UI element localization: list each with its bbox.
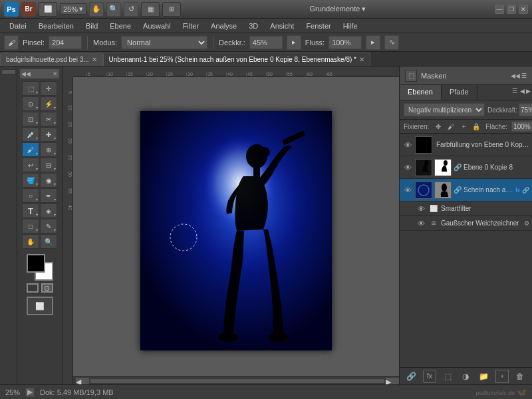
fix-paint-icon[interactable]: 🖌 [446,121,456,132]
brush-size-input[interactable]: 204 [49,36,82,49]
deckkraft-arrow[interactable]: ▸ [287,35,301,50]
menu-hilfe[interactable]: Hilfe [338,21,363,31]
layer-2-chain[interactable]: 🔗 [454,164,462,171]
fg-color-box[interactable] [27,254,45,273]
dodge-tool[interactable]: ○▾ [22,188,39,203]
type-tool[interactable]: T▾ [22,203,39,218]
menu-ebene[interactable]: Ebene [104,21,136,31]
blur-tool[interactable]: ◉▾ [40,173,57,188]
screen-mode-btn[interactable]: ▦ [141,2,160,17]
masks-collapse[interactable]: ◀◀ [511,72,520,79]
menu-datei[interactable]: Datei [4,21,32,31]
scroll-left[interactable]: ◀ [76,378,89,384]
arrange-btn[interactable]: ⊞ [162,2,181,17]
link-layers-btn[interactable]: 🔗 [405,370,418,383]
masks-menu[interactable]: ☰ [521,72,527,79]
zoom-tool-btn[interactable]: 🔍 [106,2,121,17]
hand-tool-btn[interactable]: ✋ [89,2,104,17]
layer-item-2[interactable]: 👁 [400,156,532,179]
menu-bearbeiten[interactable]: Bearbeiten [33,21,79,31]
layer-3-visibility[interactable]: 👁 [402,185,413,196]
healing-tool[interactable]: ✚▾ [40,127,57,142]
tab-1[interactable]: badgirlsilhouette.psd bei 3... ✕ [0,53,103,66]
tab-1-close[interactable]: ✕ [92,56,97,63]
menu-filter[interactable]: Filter [178,21,204,31]
mode-button[interactable]: ⬜ [39,2,57,17]
eraser-tool[interactable]: ⊟▾ [40,158,57,172]
sublayer-gauss[interactable]: 👁 ≋ Gaußscher Weichzeichner ⚙ [400,216,532,231]
clone-tool[interactable]: ⊕▾ [40,142,57,157]
tab-2-close[interactable]: ✕ [359,56,364,63]
fill-tool[interactable]: 🪣▾ [22,173,39,188]
layer-item-3[interactable]: 👁 🔗 Sch [400,179,532,201]
zoom-tool[interactable]: 🔍 [40,234,57,249]
layer-3-chain[interactable]: 🔗 [454,186,462,194]
airbrush-btn[interactable]: ∿ [384,35,399,50]
new-group-btn[interactable]: 📁 [477,370,491,383]
history-brush-tool[interactable]: ↩▾ [22,158,39,172]
notes-tool[interactable]: ✎▾ [40,219,57,233]
quick-mask-mode[interactable]: ⊙ [41,283,53,293]
modus-select[interactable]: Normal Multiplizieren Abblenden Negativ … [121,36,207,49]
menu-bild[interactable]: Bild [80,21,103,31]
adj-layer-btn[interactable]: ◑ [459,370,472,383]
scroll-track[interactable] [90,379,384,383]
standard-mode[interactable] [27,283,39,293]
magic-wand-tool[interactable]: ⚡▾ [40,96,57,111]
deckkraft-input[interactable]: 45% [249,36,283,49]
menu-3d[interactable]: 3D [243,21,263,31]
sublayer-gauss-vis[interactable]: 👁 [416,218,426,229]
menu-fenster[interactable]: Fenster [301,21,336,31]
rotate-tool-btn[interactable]: ↺ [124,2,138,17]
blend-mode-select[interactable]: Negativ multiplizieren Normal Multiplizi… [404,103,485,116]
restore-button[interactable]: ❐ [507,5,516,14]
close-button[interactable]: ✕ [519,5,528,14]
panel-close[interactable]: ✕ [53,70,58,77]
scroll-right[interactable]: ▶ [386,378,399,384]
menu-analyse[interactable]: Analyse [205,21,242,31]
sublayer-vis[interactable]: 👁 [416,203,426,214]
h-scrollbar[interactable]: ◀ ▶ [73,376,399,384]
status-nav-btn[interactable]: ▶ [25,388,35,397]
menu-ansicht[interactable]: Ansicht [265,21,299,31]
zoom-dropdown-icon[interactable]: ▾ [79,5,83,13]
selection-tool[interactable]: ⬚▾ [22,81,39,96]
flaeche-input[interactable] [511,121,532,132]
menu-auswahl[interactable]: Auswahl [138,21,176,31]
panel-collapse[interactable]: ◀◀ [21,70,31,77]
fix-all-icon[interactable]: 🔒 [471,121,481,132]
minimize-button[interactable]: — [495,5,504,14]
canvas-area[interactable]: 5 10 15 20 25 30 35 40 45 50 55 60 65 5 … [63,66,399,384]
sublayer-smartfilter[interactable]: 👁 ⬜ Smartfilter [400,201,532,216]
screen-mode[interactable]: ⬜ [27,297,53,315]
add-fx-btn[interactable]: fx [423,370,436,383]
shape-tool[interactable]: □▾ [22,219,39,233]
fix-pos-icon[interactable]: ✥ [433,121,444,132]
tab-pfade[interactable]: Pfade [442,85,477,100]
tab-2[interactable]: Unbenannt-1 bei 25% (Schein nach außen v… [103,53,370,66]
path-select-tool[interactable]: ◈▾ [40,203,57,218]
eyedrop-tool[interactable]: 💉▾ [22,127,39,142]
layer-1-visibility[interactable]: 👁 [402,140,413,150]
layer-2-visibility[interactable]: 👁 [402,162,413,173]
delete-layer-btn[interactable]: 🗑 [513,370,527,383]
new-layer-btn[interactable]: + [495,370,509,383]
slice-tool[interactable]: ✂▾ [40,112,57,126]
sublayer-gauss-options[interactable]: ⚙ [524,220,529,227]
panel-options[interactable]: ☰ [509,85,520,100]
fluss-input[interactable]: 100% [329,36,362,49]
move-tool[interactable]: ✛ [40,81,57,96]
opacity-input[interactable] [519,103,532,116]
lasso-tool[interactable]: ⊙▾ [22,96,39,111]
brush-tool[interactable]: 🖌▾ [22,142,39,157]
pen-tool[interactable]: ✒▾ [40,188,57,203]
br-logo[interactable]: Br [21,2,36,17]
add-mask-btn[interactable]: ⬚ [441,370,454,383]
layer-3-link[interactable]: 🔗 [522,187,529,194]
brush-tool-btn[interactable]: 🖌 [4,35,19,50]
hand-tool[interactable]: ✋ [22,234,39,249]
layer-item-1[interactable]: 👁 Farbfüllung von Ebene 0 Kopie 8 [400,134,532,156]
fluss-arrow[interactable]: ▸ [366,35,380,50]
tab-ebenen[interactable]: Ebenen [400,85,442,100]
fix-move-icon[interactable]: + [458,121,469,132]
